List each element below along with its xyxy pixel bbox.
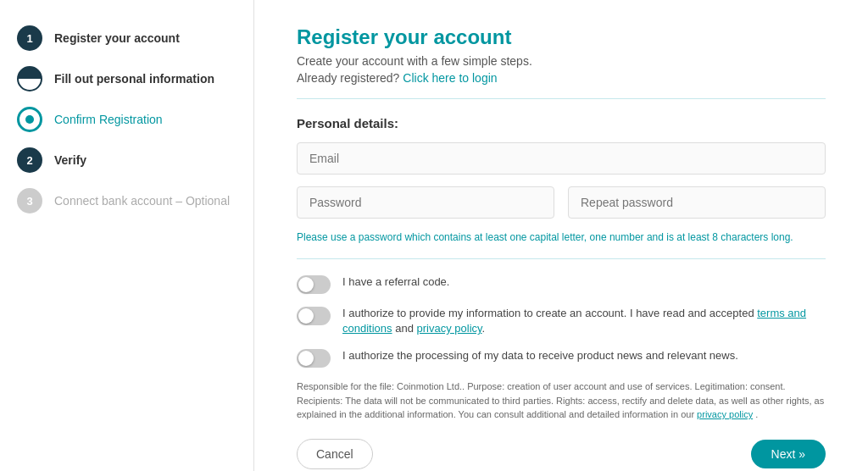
step1-label: Register your account (54, 31, 180, 45)
authorization-toggle-row: I authorize to provide my information to… (297, 306, 826, 336)
step1b-label: Confirm Registration (54, 113, 163, 126)
sidebar: 1 Register your account Fill out persona… (0, 0, 254, 471)
privacy-link[interactable]: privacy policy (417, 322, 482, 335)
processing-toggle-row: I authorize the processing of my data to… (297, 348, 826, 368)
section-divider-top (297, 98, 826, 99)
email-row (297, 142, 826, 175)
repeat-password-field[interactable] (568, 186, 826, 219)
login-link[interactable]: Click here to login (403, 71, 497, 85)
step2-circle: 2 (17, 147, 42, 173)
step2-label: Verify (54, 153, 86, 167)
section-divider-middle (297, 258, 826, 259)
step1b-circle (17, 107, 42, 132)
page-title: Register your account (297, 25, 826, 49)
step3-label: Connect bank account – Optional (54, 194, 230, 208)
sidebar-item-confirm-registration[interactable]: Confirm Registration (17, 107, 236, 132)
password-row (297, 186, 826, 219)
referral-toggle-row: I have a referral code. (297, 274, 826, 294)
cancel-button[interactable]: Cancel (297, 439, 373, 469)
step1a-circle (17, 66, 42, 91)
legal-text: Responsible for the file: Coinmotion Ltd… (297, 380, 826, 422)
authorization-toggle-label: I authorize to provide my information to… (342, 306, 826, 336)
personal-details-label: Personal details: (297, 116, 826, 130)
sidebar-item-connect-bank[interactable]: 3 Connect bank account – Optional (17, 188, 236, 213)
referral-toggle-label: I have a referral code. (342, 274, 449, 290)
privacy-link-2[interactable]: privacy policy (697, 409, 753, 419)
step1-circle: 1 (17, 25, 42, 51)
processing-toggle-label: I authorize the processing of my data to… (342, 348, 738, 363)
sidebar-item-fill-info[interactable]: Fill out personal information (17, 66, 236, 91)
button-row: Cancel Next » (297, 439, 826, 469)
sidebar-item-verify[interactable]: 2 Verify (17, 147, 236, 173)
already-registered-text: Already registered? Click here to login (297, 71, 826, 85)
password-field[interactable] (297, 186, 554, 219)
next-button[interactable]: Next » (751, 440, 826, 468)
password-hint: Please use a password which contains at … (297, 230, 826, 245)
page-subtitle: Create your account with a few simple st… (297, 54, 826, 68)
authorization-toggle[interactable] (297, 307, 331, 325)
step3-circle: 3 (17, 188, 42, 213)
processing-toggle[interactable] (297, 349, 331, 368)
email-field[interactable] (297, 142, 826, 175)
referral-toggle[interactable] (297, 275, 331, 294)
sidebar-item-register[interactable]: 1 Register your account (17, 25, 236, 51)
main-content: Register your account Create your accoun… (254, 0, 868, 471)
step1a-label: Fill out personal information (54, 72, 214, 86)
